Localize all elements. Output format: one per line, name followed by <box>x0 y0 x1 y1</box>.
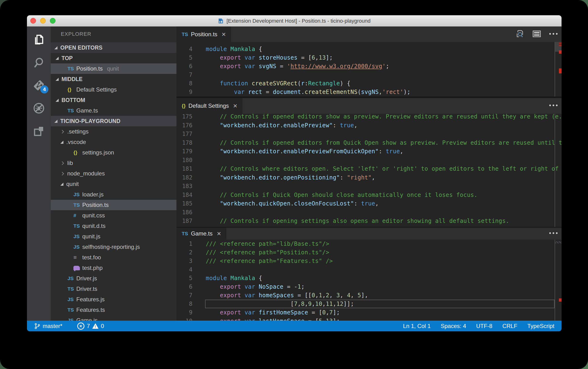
code-line-4[interactable]: 4module Mankala { <box>176 45 562 53</box>
tab-position-ts[interactable]: TSPosition.ts× <box>176 26 231 42</box>
code-line-9[interactable]: 9 var rect = document.createElementNS(sv… <box>176 88 562 96</box>
tree-item-driver-js[interactable]: JSDriver.js <box>51 273 176 284</box>
code-line-5[interactable]: 5 export var storeHouses = [6,13]; <box>176 53 562 62</box>
close-tab-icon[interactable]: × <box>233 102 237 110</box>
tree-folder-lib[interactable]: lib <box>51 158 176 168</box>
item-label: Game.ts <box>76 107 98 114</box>
git-branch-indicator[interactable]: master* <box>34 323 62 329</box>
code-line-181[interactable]: 181 // Controls where editors open. Sele… <box>176 164 562 173</box>
more-actions-icon[interactable] <box>549 32 558 37</box>
item-label: Driver.ts <box>76 286 97 292</box>
tree-item-features-ts[interactable]: TSFeatures.ts <box>51 305 176 315</box>
code-line-186[interactable]: 186 <box>176 208 562 217</box>
tree-folder--settings[interactable]: .settings <box>51 126 176 137</box>
editor-group-bottom[interactable]: BOTTOM <box>51 95 176 105</box>
code-line-6[interactable]: 6 export var NoSpace = -1; <box>176 282 562 291</box>
code-line-5[interactable]: 5module Mankala { <box>176 274 562 282</box>
tree-item-game-ts[interactable]: TSGame.ts <box>51 105 176 116</box>
code-line-182[interactable]: 182 "workbench.editor.openPositioning": … <box>176 173 562 182</box>
code-line-7[interactable]: 7 <box>176 71 562 79</box>
code-line-2[interactable]: 2/// <reference path="Position.ts"/> <box>176 248 562 257</box>
code-line-3[interactable]: 3/// <reference path="Features.ts" /> <box>176 257 562 265</box>
code-line-9[interactable]: 9 export var firstHomeSpace = [0,7]; <box>176 308 562 317</box>
close-tab-icon[interactable]: × <box>222 30 226 38</box>
line-content: /// <reference path="Features.ts" /> <box>206 257 333 265</box>
editor-group-middle[interactable]: MIDDLE <box>51 74 176 84</box>
code-line-177[interactable]: 177 <box>176 130 562 138</box>
tree-item-qunit-d-ts[interactable]: TSqunit.d.ts <box>51 221 176 231</box>
code-line-178[interactable]: 178 // Controls if opened editors from Q… <box>176 138 562 147</box>
code-line-183[interactable]: 183 <box>176 182 562 191</box>
tree-item-game-js[interactable]: JSGame.js <box>51 315 176 321</box>
tree-item-position-ts[interactable]: TSPosition.ts <box>51 200 176 210</box>
js-file-icon: JS <box>73 244 82 250</box>
tree-item-qunit-js[interactable]: JSqunit.js <box>51 231 176 242</box>
code-line-1[interactable]: 1/// <reference path="lib/Base.ts"/> <box>176 240 562 248</box>
code-line-8[interactable]: 8 function createSVGRect(r:Rectangle) { <box>176 79 562 88</box>
tree-folder-node-modules[interactable]: node_modules <box>51 168 176 179</box>
line-content: export var NoSpace = -1; <box>206 282 304 291</box>
tree-item-driver-ts[interactable]: TSDriver.ts <box>51 284 176 294</box>
code-line-179[interactable]: 179 "workbench.editor.enablePreviewFromQ… <box>176 147 562 156</box>
tree-item-settings-json[interactable]: {}settings.json <box>51 147 176 158</box>
section-header-open-editors[interactable]: OPEN EDITORS <box>51 42 176 53</box>
activity-search[interactable] <box>27 51 51 74</box>
activity-extensions[interactable] <box>27 120 51 143</box>
tab-game-ts[interactable]: TSGame.ts× <box>176 228 226 240</box>
tab-default-settings[interactable]: {}Default Settings× <box>176 98 242 114</box>
preview-icon[interactable] <box>515 29 525 40</box>
activity-debug-disabled[interactable] <box>27 97 51 120</box>
code-line-184[interactable]: 184 // Controls if Quick Open should clo… <box>176 191 562 200</box>
more-actions-icon[interactable] <box>549 231 558 236</box>
more-actions-icon[interactable] <box>549 103 558 108</box>
activity-files[interactable] <box>27 28 51 51</box>
ts-file-icon: TS <box>73 202 82 208</box>
lines-file-icon: ≡ <box>73 254 82 261</box>
code-line-180[interactable]: 180 <box>176 156 562 165</box>
tree-folder-qunit[interactable]: qunit <box>51 179 176 189</box>
code-line-187[interactable]: 187 // Controls if opening settings also… <box>176 217 562 226</box>
git-branch-icon <box>34 323 40 329</box>
tree-item-test-php[interactable]: test.php <box>51 263 176 273</box>
status-typescript[interactable]: TypeScript <box>527 323 554 329</box>
code-line-4[interactable]: 4 <box>176 265 562 274</box>
problems-indicator[interactable]: × 7 ! 0 <box>77 323 104 330</box>
section-header-ticino-playground[interactable]: TICINO-PLAYGROUND <box>51 116 176 126</box>
code-lines: 1/// <reference path="lib/Base.ts"/>2///… <box>176 240 562 321</box>
code-line-175[interactable]: 175 // Controls if opened editors show a… <box>176 112 562 121</box>
js-file-icon: JS <box>67 318 76 321</box>
code-line-6[interactable]: 6 export var svgNS = 'http://www.w3.org/… <box>176 62 562 71</box>
code-line-7[interactable]: 7 export var homeSpaces = [[0,1,2, 3, 4,… <box>176 291 562 300</box>
code-line-10[interactable]: 10 export var lastHomeSpace = [5,13]; <box>176 317 562 321</box>
line-number: 176 <box>176 121 192 130</box>
chevron-expanded-icon <box>60 183 63 186</box>
js-file-icon: JS <box>67 276 76 281</box>
line-number: 5 <box>176 274 192 282</box>
scrollbar-slider[interactable] <box>555 241 562 243</box>
tree-item-position-ts[interactable]: TSPosition.tsqunit <box>51 63 176 74</box>
close-tab-icon[interactable]: × <box>217 230 221 238</box>
tree-item-qunit-css[interactable]: #qunit.css <box>51 210 176 221</box>
tree-folder--vscode[interactable]: .vscode <box>51 137 176 147</box>
js-file-icon: JS <box>67 297 76 302</box>
status-utf-8[interactable]: UTF-8 <box>476 323 492 329</box>
line-number: 6 <box>176 282 192 291</box>
scm-badge: 4 <box>40 85 48 93</box>
editor-group-top[interactable]: TOP <box>51 53 176 63</box>
editor-actions <box>515 26 558 42</box>
status-spaces-4[interactable]: Spaces: 4 <box>441 323 466 329</box>
tree-item-loader-js[interactable]: JSloader.js <box>51 189 176 200</box>
activity-git[interactable]: 4 <box>27 74 51 97</box>
code-line-176[interactable]: 176 "workbench.editor.enablePreview": tr… <box>176 121 562 130</box>
status-crlf[interactable]: CRLF <box>502 323 517 329</box>
code-line-185[interactable]: 185 "workbench.quickOpen.closeOnFocusLos… <box>176 199 562 208</box>
split-editor-icon[interactable] <box>532 29 542 40</box>
tree-item-test-foo[interactable]: ≡test.foo <box>51 252 176 263</box>
status-ln-1-col-1[interactable]: Ln 1, Col 1 <box>403 323 431 329</box>
code-line-8[interactable]: 8 [7,8,9,10,11,12]]; <box>176 300 562 308</box>
error-count: 7 <box>87 323 90 329</box>
tree-item-default-settings[interactable]: {}Default Settings <box>51 84 176 95</box>
line-number: 9 <box>176 88 192 96</box>
tree-item-selfhosting-reporting-js[interactable]: JSselfhosting-reporting.js <box>51 242 176 252</box>
tree-item-features-js[interactable]: JSFeatures.js <box>51 294 176 305</box>
